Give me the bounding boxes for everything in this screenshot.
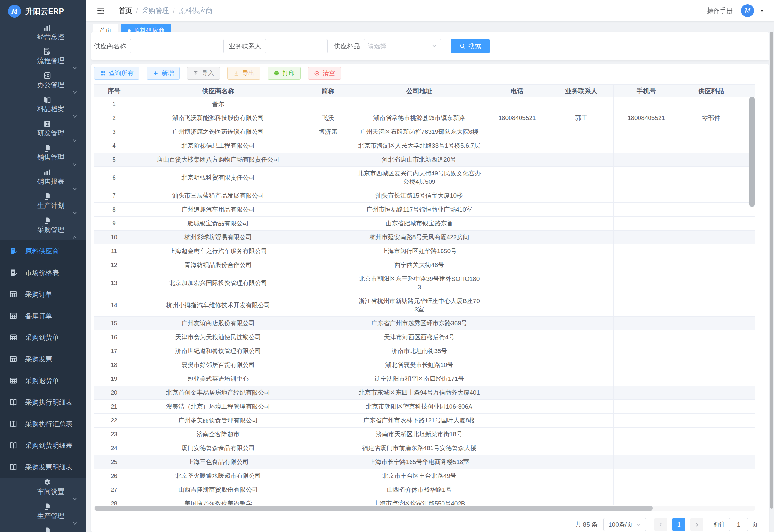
sidebar-item-料品档案[interactable]: 料品档案 — [0, 95, 86, 119]
arrow-left-icon — [658, 522, 663, 527]
sidebar-item-研发管理[interactable]: 研发管理 — [0, 119, 86, 143]
table-row[interactable]: 8广州追趣汽车用品有限公司广州市恒福路117号锦恒商业广场410室 — [94, 203, 756, 217]
table-row[interactable]: 17济南世纪道和餐饮管理有限公司济南市北坦南街35号 — [94, 344, 756, 358]
breadcrumb-item-首页[interactable]: 首页 — [119, 6, 132, 15]
chevron-down-icon — [72, 138, 78, 143]
sidebar-item-label: 采购执行明细表 — [25, 398, 73, 407]
sidebar-item-市场价格表[interactable]: 市场价格表 — [0, 262, 86, 283]
table-row[interactable]: 21澳美洁（北京）环境工程管理有限公司北京市朝阳区望京科技创业园106-306A — [94, 400, 756, 414]
table-row[interactable]: 7汕头市三辰蓝猫产品发展有限公司汕头市长江路15号信宝大厦10楼 — [94, 189, 756, 203]
table-cell — [679, 167, 743, 189]
table-row[interactable]: 26北京圣火暖通水暖超市有限公司北京市丰台区丰台北路49号 — [94, 469, 756, 483]
active-tab-dot — [128, 29, 131, 32]
table-row[interactable]: 4北京阶梯信息工程有限公司北京市海淀区人民大学北路33号1号楼5.6.7层 — [94, 139, 756, 153]
table-vertical-scrollbar[interactable] — [749, 97, 755, 207]
table-row[interactable]: 28美国康乃尔数位美语教学上海市卢湾区徐家汇路550号402B — [94, 497, 756, 505]
page-size-select[interactable]: 100条/页 — [603, 518, 646, 531]
table-cell — [303, 428, 353, 441]
table-cell: 10 — [94, 231, 134, 244]
table-row[interactable]: 13北京加加宏兴国际投资管理有限公司北京市朝阳区东三环中路39号建外SOHO18… — [94, 272, 756, 294]
table-cell: 5 — [94, 153, 134, 167]
sidebar-item-采购执行明细表[interactable]: 采购执行明细表 — [0, 391, 86, 413]
sidebar-item-采购执行汇总表[interactable]: 采购执行汇总表 — [0, 413, 86, 435]
table-row[interactable]: 11上海超金鹰车之行汽车服务有限公司上海市闵行区虹华路1650号 — [94, 244, 756, 258]
contact-input[interactable] — [265, 39, 328, 53]
table-row[interactable]: 24厦门安德鲁森食品有限公司福建省厦门市前蒲东路481号安德鲁森大楼 — [94, 441, 756, 455]
avatar[interactable]: M — [741, 4, 754, 17]
sidebar-item-采购发票[interactable]: 采购发票 — [0, 348, 86, 370]
table-cell: 北京市西城区复兴门内大街49号民族文化宫办公楼4层509 — [353, 167, 485, 189]
table-row[interactable]: 6北京明弘科贸有限责任公司北京市西城区复兴门内大街49号民族文化宫办公楼4层50… — [94, 167, 756, 189]
table-cell — [485, 167, 549, 189]
table-cell: 22 — [94, 414, 134, 428]
prev-page-button[interactable] — [654, 518, 667, 531]
sidebar-item-采购发票明细表[interactable]: 采购发票明细表 — [0, 456, 86, 478]
table-row[interactable]: 3广州博济康之选医药连锁有限公司博济康广州天河区石牌新岗栏76319部队东大院6… — [94, 125, 756, 139]
打印-button[interactable]: 打印 — [268, 67, 301, 80]
table-cell: 20 — [94, 386, 134, 400]
查询所有-button[interactable]: 查询所有 — [94, 67, 139, 80]
table-row[interactable]: 19冠亚美式英语培训中心辽宁沈阳市和平区南四经街171号 — [94, 372, 756, 386]
table-row[interactable]: 1普尔 — [94, 97, 756, 111]
table-cell: 广州天河区石牌新岗栏76319部队东大院6楼 — [353, 125, 485, 139]
sidebar-item-办公管理[interactable]: 办公管理 — [0, 71, 86, 95]
clear-icon — [314, 70, 320, 76]
sidebar-item-label: 料品档案 — [37, 104, 65, 113]
material-select[interactable]: 请选择 — [364, 39, 441, 53]
table-row[interactable]: 27山西吉隆斯商贸股份有限公司山西省介休市裕华路1号 — [94, 483, 756, 497]
next-page-button[interactable] — [690, 518, 703, 531]
sidebar-item-流程管理[interactable]: 流程管理 — [0, 47, 86, 71]
doc-edit-icon — [8, 246, 18, 256]
table-row[interactable]: 9肥城银宝食品有限公司山东省肥城市银宝路东首 — [94, 217, 756, 231]
table-cell: 25 — [94, 455, 134, 469]
table-cell: 济南市北坦南街35号 — [353, 344, 485, 358]
sidebar-item-原料供应商[interactable]: 原料供应商 — [0, 240, 86, 262]
sidebar-item-生产计划[interactable]: 生产计划 — [0, 192, 86, 216]
table-row[interactable]: 5唐山百货大楼集团八方购物广场有限责任公司河北省唐山市北新西道20号 — [94, 153, 756, 167]
table-cell — [679, 400, 743, 414]
sidebar-item-销售报表[interactable]: 销售报表 — [0, 168, 86, 192]
caret-down-icon[interactable] — [760, 8, 764, 13]
horizontal-scrollbar-thumb[interactable] — [95, 506, 653, 511]
goto-page-input[interactable] — [729, 518, 748, 531]
sidebar-item-采购退货单[interactable]: 采购退货单 — [0, 370, 86, 391]
table-row[interactable]: 14杭州小拇指汽车维修技术开发有限公司浙江省杭州市新塘路元华旺座中心大厦B座70… — [94, 294, 756, 317]
search-button[interactable]: 搜索 — [451, 39, 490, 53]
current-page-button[interactable]: 1 — [672, 518, 685, 531]
table-row[interactable]: 18襄樊市好邻居百货有限公司湖北省襄樊市长虹路10号 — [94, 358, 756, 372]
table-row[interactable]: 22广州多美丽饮食管理有限公司广东省广州市农林下路121号国叶大厦8楼 — [94, 414, 756, 428]
table-cell — [303, 358, 353, 372]
table-cell: 17 — [94, 344, 134, 358]
sidebar-item-经营总控[interactable]: 经营总控 — [0, 23, 86, 47]
table-row[interactable]: 12青海纺织品股份合作公司西宁西关大街46号 — [94, 258, 756, 272]
help-manual-link[interactable]: 操作手册 — [707, 6, 733, 15]
erp-app: M 升阳云ERP 经营总控流程管理办公管理料品档案研发管理销售管理销售报表生产计… — [0, 0, 774, 532]
table-row[interactable]: 10杭州彩球坊贸易有限公司杭州市延安南路8号天风商厦422房间 — [94, 231, 756, 244]
导入-button[interactable]: 导入 — [187, 67, 220, 80]
table-cell — [485, 344, 549, 358]
导出-button[interactable]: 导出 — [227, 67, 260, 80]
sidebar-item-采购管理[interactable]: 采购管理 — [0, 216, 86, 240]
table-row[interactable]: 23济南全客隆超市济南市天桥区北坦新菜市街18号 — [94, 428, 756, 441]
sidebar-item-采购到货单[interactable]: 采购到货单 — [0, 327, 86, 348]
table-row[interactable]: 2湖南飞沃新能源科技股份有限公司飞沃湖南省常德市桃源县陬市镇东新路1800840… — [94, 111, 756, 125]
chevron-down-icon — [72, 496, 78, 502]
table-cell — [743, 330, 756, 344]
sidebar-item-采购订单[interactable]: 采购订单 — [0, 283, 86, 305]
清空-button[interactable]: 清空 — [308, 67, 341, 80]
新增-button[interactable]: 新增 — [147, 67, 180, 80]
table-row[interactable]: 25上海三色食品有限公司上海市长宁路165号华电商务楼518室 — [94, 455, 756, 469]
table-cell — [303, 455, 353, 469]
sidebar-item-采购到货明细表[interactable]: 采购到货明细表 — [0, 435, 86, 456]
table-row[interactable]: 20北京首创金丰易居房地产经纪有限公司北京市东城区东四十条94号万信商务大厦40… — [94, 386, 756, 400]
sidebar-item-车间设置[interactable]: 车间设置 — [0, 478, 86, 502]
table-row[interactable]: 15广州友谊商店股份有限公司广东省广州市越秀区环市东路369号 — [94, 317, 756, 330]
sidebar-item-备库订单[interactable]: 备库订单 — [0, 305, 86, 327]
supplier-name-input[interactable] — [130, 39, 224, 53]
table-row[interactable]: 16天津市食为天粮油便民连锁公司天津市河西区西楼后街4号 — [94, 330, 756, 344]
sidebar-item-销售管理[interactable]: 销售管理 — [0, 143, 86, 168]
sidebar-item-加工车间[interactable]: 加工车间 — [0, 526, 86, 532]
page-scrollbar-thumb[interactable] — [770, 32, 773, 509]
menu-fold-icon[interactable] — [97, 6, 105, 15]
sidebar-item-生产管理[interactable]: 生产管理 — [0, 502, 86, 526]
